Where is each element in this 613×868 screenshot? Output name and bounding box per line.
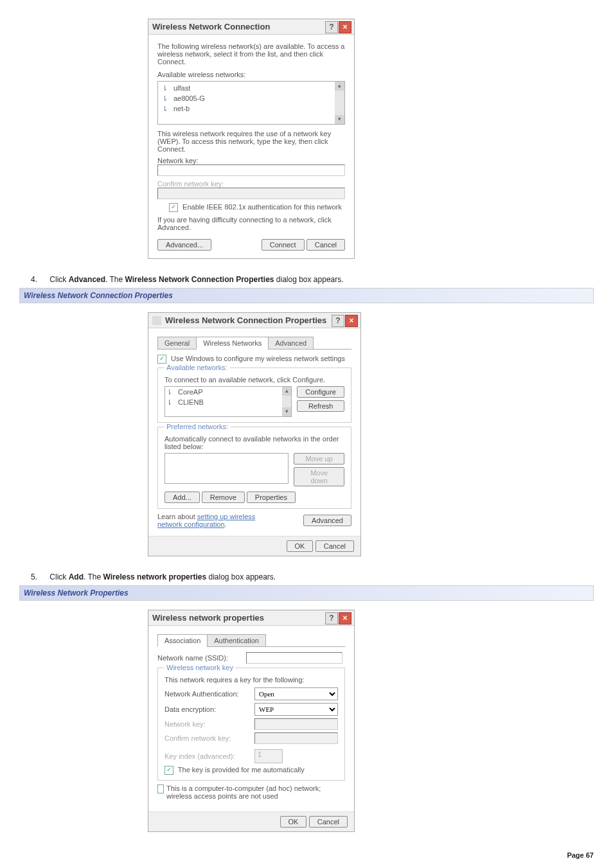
ok-button[interactable]: OK	[287, 540, 314, 552]
netkey-input	[254, 718, 338, 730]
refresh-button[interactable]: Refresh	[297, 400, 344, 412]
dialog-title: Wireless Network Connection	[152, 22, 270, 31]
scroll-up-icon[interactable]: ▴	[335, 82, 344, 91]
advanced-button[interactable]: Advanced...	[157, 239, 211, 251]
titlebar: Wireless Network Connection ? ×	[148, 19, 354, 35]
scroll-down-icon[interactable]: ▾	[335, 115, 344, 124]
cancel-button[interactable]: Cancel	[306, 239, 345, 251]
preferred-hint: Automatically connect to available netwo…	[164, 435, 344, 450]
auth-label: Network Authentication:	[164, 690, 254, 698]
scroll-up-icon[interactable]: ▴	[282, 387, 291, 396]
confkey-input	[254, 732, 338, 744]
ieee-label: Enable IEEE 802.1x authentication for th…	[182, 203, 342, 211]
tab-strip: General Wireless Networks Advanced	[157, 336, 351, 350]
ssid-label: Network name (SSID):	[157, 654, 241, 662]
tab-association[interactable]: Association	[157, 634, 208, 647]
advanced-button[interactable]: Advanced	[303, 515, 351, 526]
step-5: 5. Click Add. The Wireless network prope…	[31, 572, 594, 581]
network-item[interactable]: ⇂CLIENB	[165, 397, 291, 407]
remove-button[interactable]: Remove	[202, 492, 245, 503]
adhoc-label: This is a computer-to-computer (ad hoc) …	[166, 784, 345, 800]
ok-button[interactable]: OK	[280, 816, 307, 828]
dialog-title: Wireless network properties	[152, 613, 264, 623]
network-properties-dialog: Wireless network properties ? × Associat…	[148, 610, 355, 832]
auto-key-checkbox[interactable]: ✓	[164, 766, 173, 775]
available-legend: Available networks:	[164, 364, 229, 371]
auto-key-label: The key is provided for me automatically	[178, 766, 305, 774]
preferred-legend: Preferred networks:	[164, 423, 230, 430]
available-list[interactable]: ⇂CoreAP ⇂CLIENB ▴▾	[164, 386, 292, 417]
tab-general[interactable]: General	[157, 337, 197, 350]
keyindex-label: Key index (advanced):	[164, 752, 254, 760]
cancel-button[interactable]: Cancel	[309, 816, 348, 828]
dialog-title: Wireless Network Connection Properties	[165, 315, 326, 325]
advanced-note: If you are having difficulty connecting …	[157, 216, 345, 231]
connect-button[interactable]: Connect	[262, 239, 305, 251]
antenna-icon: ⇂	[166, 398, 174, 406]
antenna-icon: ⇂	[162, 105, 170, 112]
section-heading-2: Wireless Network Properties	[19, 585, 594, 601]
ssid-input[interactable]	[246, 652, 342, 664]
enc-select[interactable]: WEP	[254, 703, 338, 716]
antenna-icon: ⇂	[166, 388, 174, 396]
tab-advanced[interactable]: Advanced	[268, 337, 314, 350]
tab-strip: Association Authentication	[157, 633, 345, 647]
intro-text: The following wireless network(s) are av…	[157, 42, 345, 66]
confirm-key-input	[157, 188, 345, 199]
tab-authentication[interactable]: Authentication	[207, 634, 266, 647]
key-legend: Wireless network key	[164, 664, 235, 671]
network-key-input[interactable]	[157, 164, 345, 176]
close-icon[interactable]: ×	[345, 315, 358, 327]
confkey-label: Confirm network key:	[164, 734, 254, 742]
network-item[interactable]: ⇂ae8005-G	[161, 93, 342, 103]
ieee-checkbox[interactable]: ✓	[169, 203, 178, 212]
auth-select[interactable]: Open	[254, 687, 338, 700]
configure-button[interactable]: Configure	[297, 386, 344, 398]
antenna-icon: ⇂	[162, 84, 170, 92]
titlebar: Wireless network properties ? ×	[148, 610, 354, 626]
add-button[interactable]: Add...	[164, 492, 200, 503]
tab-wireless-networks[interactable]: Wireless Networks	[196, 337, 269, 350]
properties-button[interactable]: Properties	[247, 492, 296, 503]
move-down-button: Move down	[294, 467, 344, 486]
network-icon	[152, 316, 161, 325]
requires-note: This network requires a key for the foll…	[164, 676, 338, 684]
help-icon[interactable]: ?	[325, 21, 338, 33]
use-windows-checkbox[interactable]: ✓	[157, 355, 166, 364]
keyindex-spinner: 1	[254, 749, 283, 763]
wep-note: This wireless network requires the use o…	[157, 130, 345, 153]
enc-label: Data encryption:	[164, 705, 254, 713]
confirm-key-label: Confirm network key:	[157, 180, 345, 188]
adhoc-checkbox[interactable]: ✓	[157, 784, 164, 793]
wireless-connection-dialog: Wireless Network Connection ? × The foll…	[148, 19, 355, 259]
titlebar: Wireless Network Connection Properties ?…	[148, 313, 360, 328]
close-icon[interactable]: ×	[339, 612, 351, 624]
available-label: Available wireless networks:	[157, 71, 345, 78]
netkey-label: Network key:	[164, 720, 254, 728]
cancel-button[interactable]: Cancel	[315, 540, 354, 552]
page-number: Page 67	[19, 851, 594, 859]
network-key-label: Network key:	[157, 157, 345, 164]
preferred-list[interactable]	[164, 453, 289, 484]
section-heading-1: Wireless Network Connection Properties	[19, 288, 594, 303]
move-up-button: Move up	[294, 453, 344, 465]
connection-properties-dialog: Wireless Network Connection Properties ?…	[148, 312, 361, 556]
network-item[interactable]: ⇂CoreAP	[165, 387, 291, 397]
close-icon[interactable]: ×	[339, 21, 351, 33]
available-hint: To connect to an available network, clic…	[164, 376, 344, 384]
scroll-down-icon[interactable]: ▾	[282, 407, 291, 416]
step-4: 4. Click Advanced. The Wireless Network …	[31, 275, 594, 284]
antenna-icon: ⇂	[162, 94, 170, 102]
help-icon[interactable]: ?	[325, 612, 338, 624]
network-item[interactable]: ⇂ulfast	[161, 83, 342, 93]
network-item[interactable]: ⇂net-b	[161, 103, 342, 114]
available-networks-list[interactable]: ⇂ulfast ⇂ae8005-G ⇂net-b ▴▾	[157, 81, 345, 125]
help-icon[interactable]: ?	[332, 315, 344, 327]
use-windows-label: Use Windows to configure my wireless net…	[171, 355, 345, 362]
